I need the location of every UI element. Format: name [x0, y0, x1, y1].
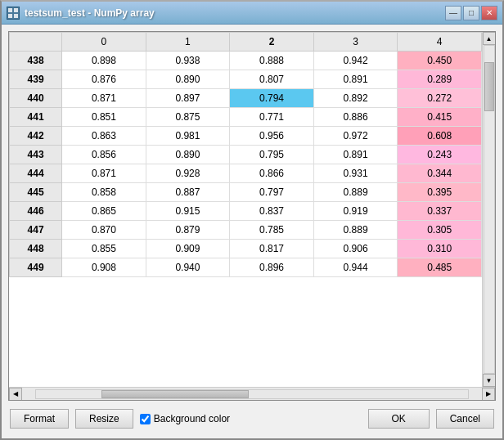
maximize-button[interactable]: □: [463, 6, 479, 20]
cell-439-0[interactable]: 0.876: [62, 70, 146, 89]
scroll-right-arrow[interactable]: ▶: [482, 388, 495, 401]
bg-color-checkbox-label[interactable]: Background color: [140, 413, 230, 424]
table-scroll[interactable]: 01234 4380.8980.9380.8880.9420.4504390.8…: [9, 32, 482, 387]
cell-442-1[interactable]: 0.981: [146, 127, 230, 146]
cell-439-1[interactable]: 0.890: [146, 70, 230, 89]
cell-442-4[interactable]: 0.608: [398, 127, 482, 146]
row-index-cell: 439: [10, 70, 62, 89]
cell-439-4[interactable]: 0.289: [398, 70, 482, 89]
cell-441-3[interactable]: 0.886: [313, 108, 398, 127]
cell-445-1[interactable]: 0.887: [146, 183, 230, 202]
scroll-up-arrow[interactable]: ▲: [483, 32, 496, 45]
cell-441-0[interactable]: 0.851: [62, 108, 146, 127]
cell-438-4[interactable]: 0.450: [398, 52, 482, 70]
cell-449-1[interactable]: 0.940: [146, 258, 230, 277]
cell-448-2[interactable]: 0.817: [230, 240, 314, 258]
cell-439-3[interactable]: 0.891: [313, 70, 398, 89]
table-wrapper: 01234 4380.8980.9380.8880.9420.4504390.8…: [9, 32, 495, 387]
scroll-down-arrow[interactable]: ▼: [483, 374, 496, 387]
cell-443-1[interactable]: 0.890: [146, 146, 230, 164]
scroll-h-thumb[interactable]: [101, 390, 249, 398]
cell-447-2[interactable]: 0.785: [230, 221, 314, 240]
cell-445-2[interactable]: 0.797: [230, 183, 314, 202]
cell-443-0[interactable]: 0.856: [62, 146, 146, 164]
cell-446-3[interactable]: 0.919: [313, 202, 398, 221]
row-index-cell: 438: [10, 52, 62, 70]
data-table: 01234 4380.8980.9380.8880.9420.4504390.8…: [9, 32, 482, 277]
cell-448-3[interactable]: 0.906: [313, 240, 398, 258]
cell-446-1[interactable]: 0.915: [146, 202, 230, 221]
main-window: testsum_test - NumPy array — □ ✕ 01234: [0, 0, 504, 440]
cell-440-3[interactable]: 0.892: [313, 89, 398, 108]
cell-447-4[interactable]: 0.305: [398, 221, 482, 240]
table-row: 4460.8650.9150.8370.9190.337: [10, 202, 482, 221]
title-bar-left: testsum_test - NumPy array: [7, 7, 155, 20]
row-index-cell: 445: [10, 183, 62, 202]
cell-446-2[interactable]: 0.837: [230, 202, 314, 221]
col-header-0: 0: [62, 33, 146, 52]
cell-438-3[interactable]: 0.942: [313, 52, 398, 70]
ok-button[interactable]: OK: [368, 409, 430, 429]
cell-449-2[interactable]: 0.896: [230, 258, 314, 277]
svg-rect-0: [8, 8, 12, 12]
scroll-v-thumb[interactable]: [484, 62, 494, 111]
cell-447-1[interactable]: 0.879: [146, 221, 230, 240]
cell-444-2[interactable]: 0.866: [230, 164, 314, 183]
cell-448-0[interactable]: 0.855: [62, 240, 146, 258]
cell-448-1[interactable]: 0.909: [146, 240, 230, 258]
table-row: 4420.8630.9810.9560.9720.608: [10, 127, 482, 146]
cancel-button[interactable]: Cancel: [436, 409, 494, 429]
window-title: testsum_test - NumPy array: [25, 7, 155, 19]
table-row: 4440.8710.9280.8660.9310.344: [10, 164, 482, 183]
cell-444-0[interactable]: 0.871: [62, 164, 146, 183]
cell-447-0[interactable]: 0.870: [62, 221, 146, 240]
cell-446-4[interactable]: 0.337: [398, 202, 482, 221]
svg-rect-1: [14, 8, 18, 12]
cell-440-0[interactable]: 0.871: [62, 89, 146, 108]
cell-439-2[interactable]: 0.807: [230, 70, 314, 89]
window-icon: [7, 7, 20, 20]
cell-441-4[interactable]: 0.415: [398, 108, 482, 127]
cell-443-2[interactable]: 0.795: [230, 146, 314, 164]
cell-444-4[interactable]: 0.344: [398, 164, 482, 183]
cell-443-4[interactable]: 0.243: [398, 146, 482, 164]
cell-449-4[interactable]: 0.485: [398, 258, 482, 277]
cell-449-0[interactable]: 0.908: [62, 258, 146, 277]
cell-440-4[interactable]: 0.272: [398, 89, 482, 108]
cell-440-1[interactable]: 0.897: [146, 89, 230, 108]
cell-445-4[interactable]: 0.395: [398, 183, 482, 202]
cell-444-1[interactable]: 0.928: [146, 164, 230, 183]
cell-442-0[interactable]: 0.863: [62, 127, 146, 146]
horizontal-scrollbar[interactable]: ◀ ▶: [9, 387, 495, 400]
cell-438-1[interactable]: 0.938: [146, 52, 230, 70]
cell-444-3[interactable]: 0.931: [313, 164, 398, 183]
row-index-cell: 446: [10, 202, 62, 221]
bg-color-checkbox[interactable]: [140, 414, 151, 424]
cell-442-2[interactable]: 0.956: [230, 127, 314, 146]
cell-440-2[interactable]: 0.794: [230, 89, 314, 108]
scroll-left-arrow[interactable]: ◀: [9, 388, 22, 401]
table-row: 4430.8560.8900.7950.8910.243: [10, 146, 482, 164]
cell-449-3[interactable]: 0.944: [313, 258, 398, 277]
cell-442-3[interactable]: 0.972: [313, 127, 398, 146]
vertical-scrollbar[interactable]: ▲ ▼: [482, 32, 495, 387]
table-row: 4480.8550.9090.8170.9060.310: [10, 240, 482, 258]
cell-441-2[interactable]: 0.771: [230, 108, 314, 127]
cell-441-1[interactable]: 0.875: [146, 108, 230, 127]
resize-button[interactable]: Resize: [75, 409, 133, 429]
cell-438-0[interactable]: 0.898: [62, 52, 146, 70]
table-row: 4390.8760.8900.8070.8910.289: [10, 70, 482, 89]
cell-448-4[interactable]: 0.310: [398, 240, 482, 258]
svg-rect-2: [8, 14, 12, 18]
close-button[interactable]: ✕: [481, 6, 497, 20]
cell-438-2[interactable]: 0.888: [230, 52, 314, 70]
cell-446-0[interactable]: 0.865: [62, 202, 146, 221]
minimize-button[interactable]: —: [445, 6, 461, 20]
cell-445-0[interactable]: 0.858: [62, 183, 146, 202]
format-button[interactable]: Format: [10, 409, 69, 429]
cell-445-3[interactable]: 0.889: [313, 183, 398, 202]
row-index-cell: 442: [10, 127, 62, 146]
cell-447-3[interactable]: 0.889: [313, 221, 398, 240]
col-header-2: 2: [230, 33, 314, 52]
cell-443-3[interactable]: 0.891: [313, 146, 398, 164]
